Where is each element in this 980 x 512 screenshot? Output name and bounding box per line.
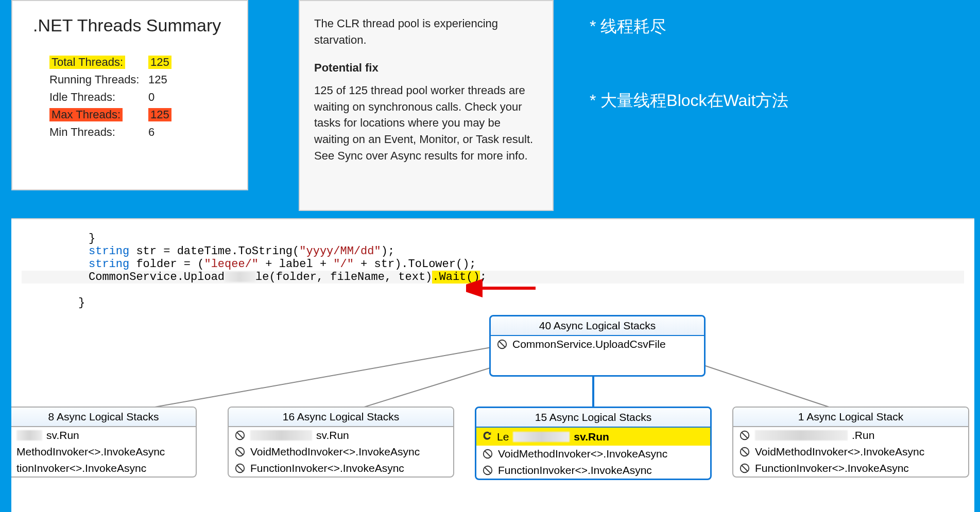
svg-line-22 bbox=[742, 466, 748, 471]
cycle-icon bbox=[482, 430, 493, 444]
stack-row[interactable]: VoidMethodInvoker<>.InvokeAsync bbox=[733, 444, 968, 460]
svg-line-8 bbox=[237, 433, 243, 438]
min-threads-label: Min Threads: bbox=[49, 126, 115, 138]
blocked-icon bbox=[738, 429, 751, 442]
idle-threads-value: 0 bbox=[148, 91, 154, 103]
fix-intro: The CLR thread pool is experiencing star… bbox=[314, 15, 538, 48]
running-threads-label: Running Threads: bbox=[49, 73, 140, 86]
redacted-text bbox=[755, 430, 848, 440]
fix-title: Potential fix bbox=[314, 60, 538, 76]
svg-line-14 bbox=[485, 451, 491, 457]
async-stack-graph: 40 Async Logical Stacks CommonService.Up… bbox=[11, 309, 974, 512]
stack-box-8[interactable]: 8 Async Logical Stacks sv.Run MethodInvo… bbox=[11, 407, 197, 478]
blocked-icon bbox=[234, 462, 246, 474]
arrow-icon bbox=[466, 278, 538, 298]
stack-header: 15 Async Logical Stacks bbox=[476, 408, 710, 428]
stack-header: 16 Async Logical Stacks bbox=[229, 408, 453, 427]
max-threads-value: 125 bbox=[148, 108, 171, 121]
blocked-icon bbox=[738, 446, 751, 458]
fix-body: 125 of 125 thread pool worker threads ar… bbox=[314, 82, 538, 164]
stack-header: 40 Async Logical Stacks bbox=[491, 316, 704, 336]
redacted-text bbox=[225, 272, 255, 282]
svg-line-10 bbox=[237, 449, 243, 455]
total-threads-value: 125 bbox=[148, 56, 171, 69]
blocked-icon bbox=[234, 429, 246, 442]
redacted-text bbox=[513, 432, 570, 442]
total-threads-label: Total Threads: bbox=[49, 56, 125, 69]
max-threads-label: Max Threads: bbox=[49, 108, 123, 121]
stack-row-text: CommonService.UploadCsvFile bbox=[512, 338, 666, 350]
annotation-1: * 线程耗尽 bbox=[590, 15, 788, 38]
code-line-2: string str = dateTime.ToString("yyyy/MM/… bbox=[22, 245, 394, 258]
stack-row-highlighted[interactable]: Lesv.Run bbox=[476, 428, 710, 446]
svg-line-6 bbox=[500, 342, 505, 347]
stack-row[interactable]: MethodInvoker<>.InvokeAsync bbox=[11, 444, 196, 460]
stack-row[interactable]: VoidMethodInvoker<>.InvokeAsync bbox=[229, 444, 453, 460]
blocked-icon bbox=[496, 338, 508, 350]
code-line-5: } bbox=[22, 296, 85, 309]
threads-table: Total Threads:125 Running Threads:125 Id… bbox=[48, 53, 178, 142]
stack-box-top[interactable]: 40 Async Logical Stacks CommonService.Up… bbox=[489, 315, 706, 377]
annotations: * 线程耗尽 * 大量线程Block在Wait方法 bbox=[590, 15, 788, 164]
stack-row[interactable]: CommonService.UploadCsvFile bbox=[491, 336, 704, 352]
stack-row[interactable]: FunctionInvoker<>.InvokeAsync bbox=[476, 462, 710, 479]
annotation-2: * 大量线程Block在Wait方法 bbox=[590, 90, 788, 112]
threads-summary-card: .NET Threads Summary Total Threads:125 R… bbox=[11, 0, 248, 190]
stack-row[interactable]: tionInvoker<>.InvokeAsync bbox=[11, 460, 196, 476]
threads-summary-title: .NET Threads Summary bbox=[33, 15, 227, 36]
stack-row[interactable]: .Run bbox=[733, 427, 968, 444]
blocked-icon bbox=[482, 464, 494, 476]
stack-header: 8 Async Logical Stacks bbox=[11, 408, 196, 427]
potential-fix-card: The CLR thread pool is experiencing star… bbox=[299, 0, 554, 211]
idle-threads-label: Idle Threads: bbox=[49, 91, 115, 103]
stack-row[interactable]: FunctionInvoker<>.InvokeAsync bbox=[733, 460, 968, 476]
svg-line-12 bbox=[237, 466, 243, 471]
blocked-icon bbox=[482, 448, 494, 460]
stack-box-1[interactable]: 1 Async Logical Stack .Run VoidMethodInv… bbox=[732, 407, 969, 478]
stack-box-16[interactable]: 16 Async Logical Stacks sv.Run VoidMetho… bbox=[228, 407, 454, 478]
min-threads-value: 6 bbox=[148, 126, 154, 138]
svg-line-1 bbox=[114, 345, 506, 414]
code-line-3: string folder = ("leqee/" + label + "/" … bbox=[22, 258, 476, 271]
stack-row[interactable]: sv.Run bbox=[229, 427, 453, 444]
svg-line-18 bbox=[742, 433, 748, 438]
blocked-icon bbox=[738, 462, 751, 474]
stack-row[interactable]: sv.Run bbox=[11, 427, 196, 444]
running-threads-value: 125 bbox=[148, 73, 167, 86]
stack-row[interactable]: FunctionInvoker<>.InvokeAsync bbox=[229, 460, 453, 476]
redacted-text bbox=[16, 430, 42, 440]
code-snippet: } string str = dateTime.ToString("yyyy/M… bbox=[11, 218, 974, 316]
redacted-text bbox=[250, 430, 312, 440]
stack-row[interactable]: VoidMethodInvoker<>.InvokeAsync bbox=[476, 446, 710, 462]
svg-line-4 bbox=[681, 358, 851, 414]
stack-header: 1 Async Logical Stack bbox=[733, 408, 968, 427]
stack-box-15[interactable]: 15 Async Logical Stacks Lesv.Run VoidMet… bbox=[475, 407, 712, 480]
svg-line-16 bbox=[485, 468, 491, 473]
code-line-1: } bbox=[22, 232, 95, 245]
blocked-icon bbox=[234, 446, 246, 458]
svg-line-20 bbox=[742, 449, 748, 455]
